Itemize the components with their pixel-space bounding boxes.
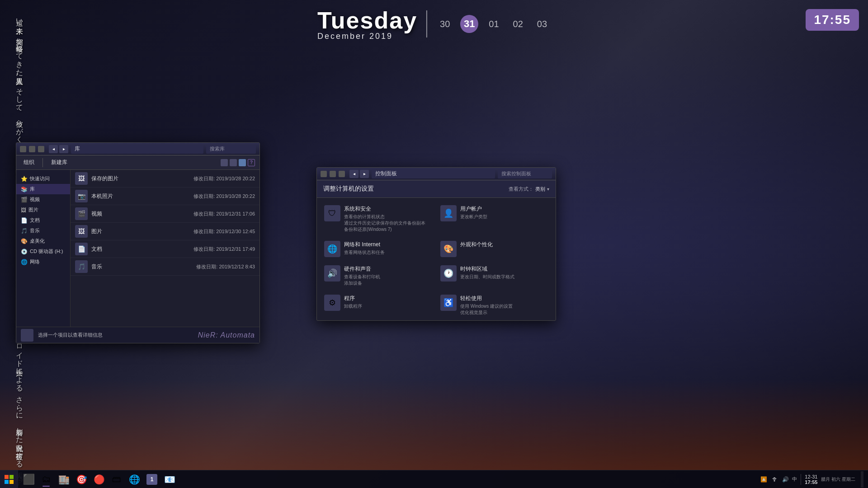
toolbar-new-library[interactable]: 新建库 [48, 157, 70, 168]
file-item-pictures[interactable]: 🖼 图片 修改日期: 2019/12/30 12:45 [71, 223, 259, 240]
taskbar-app-explorer[interactable]: 🗂 [38, 471, 54, 488]
tray-overflow-icon[interactable]: 🔼 [760, 475, 768, 483]
address-bar[interactable]: 库 [71, 145, 203, 154]
control-panel-titlebar: ◂ ▸ 控制面板 搜索控制面板 [317, 168, 556, 180]
sidebar-music[interactable]: 🎵 音乐 [16, 225, 70, 236]
cp-item-clock[interactable]: 🕐 时钟和区域 更改日期、时间或数字格式 [438, 263, 551, 289]
toolbar-separator [42, 158, 43, 167]
cp-back-button[interactable]: ◂ [349, 170, 359, 178]
tray-network-icon[interactable] [770, 475, 778, 483]
view-icons: ? [221, 159, 255, 166]
tray-volume-icon[interactable]: 🔊 [781, 475, 789, 483]
cp-text-appearance: 外观和个性化 [460, 241, 548, 249]
file-item-music[interactable]: 🎵 音乐 修改日期: 2019/12/12 8:43 [71, 258, 259, 276]
cal-date-03[interactable]: 03 [533, 17, 551, 31]
file-item-documents[interactable]: 📄 文档 修改日期: 2019/12/31 17:49 [71, 240, 259, 258]
taskbar-app-numbered[interactable]: 1 [144, 471, 160, 488]
maximize-button[interactable] [29, 146, 35, 152]
taskbar-right: 🔼 🔊 中 12-31 17:55 腊月 初六 星期二 [755, 471, 868, 488]
close-button[interactable] [38, 146, 44, 152]
sidebar-videos[interactable]: 🎬 视频 [16, 194, 70, 205]
taskbar-app-5[interactable]: 🔴 [91, 471, 107, 488]
cp-view-dropdown-icon[interactable]: ▾ [547, 187, 549, 192]
sidebar-customize[interactable]: 🎨 桌美化 [16, 236, 70, 246]
cp-desc-programs: 卸载程序 [344, 303, 432, 310]
network-label: 网络 [30, 258, 40, 265]
cp-icon-appearance: 🎨 [440, 241, 457, 257]
view-details-icon[interactable] [230, 159, 237, 166]
cal-date-02[interactable]: 02 [509, 17, 527, 31]
cp-icon-accessibility: ♿ [440, 295, 457, 311]
back-button[interactable]: ◂ [49, 145, 58, 153]
cp-maximize-button[interactable] [330, 171, 336, 177]
cp-item-programs[interactable]: ⚙ 程序 卸载程序 [321, 292, 435, 319]
cal-date-31-active[interactable]: 31 [460, 15, 478, 33]
cp-view-mode[interactable]: 类别 [535, 186, 545, 192]
view-tiles-icon[interactable] [239, 159, 246, 166]
sidebar-cd-drive[interactable]: 💿 CD 驱动器 (H:) [16, 246, 70, 257]
help-icon[interactable]: ? [248, 159, 255, 166]
cp-icon-hardware: 🔊 [324, 265, 340, 282]
taskbar-date-short: 12-31 [805, 474, 817, 479]
file-icon-documents: 📄 [75, 243, 88, 255]
sidebar-quick-access[interactable]: ⭐ 快速访问 [16, 174, 70, 184]
start-icon[interactable] [4, 474, 14, 485]
toolbar-organize[interactable]: 组织 [21, 157, 37, 168]
cp-forward-button[interactable]: ▸ [360, 170, 369, 178]
svg-rect-1 [9, 475, 14, 479]
view-list-icon[interactable] [221, 159, 228, 166]
cal-date-01[interactable]: 01 [485, 17, 502, 31]
minimize-button[interactable] [20, 146, 26, 152]
file-name-pictures: 图片 [91, 228, 183, 235]
cp-item-system-security[interactable]: 🛡 系统和安全 查看你的计算机状态通过文件历史记录保存你的文件备份副本备份和还原… [321, 202, 435, 235]
taskbar-datetime[interactable]: 12-31 17:55 [805, 474, 817, 485]
time-display: 17:55 [806, 9, 859, 31]
file-item-local-photos[interactable]: 📷 本机照片 修改日期: 2019/10/28 20:22 [71, 188, 259, 205]
svg-rect-3 [9, 480, 14, 484]
sidebar-library[interactable]: 📚 库 [16, 184, 70, 194]
control-panel-header: 调整计算机的设置 查看方式： 类别 ▾ [317, 180, 556, 198]
cp-title-user-accounts: 用户帐户 [460, 205, 548, 213]
jp-col-6: さらに、膨着した戦況を打破する [14, 391, 25, 464]
svg-rect-2 [5, 480, 9, 484]
toolbar-right: ? [221, 159, 255, 166]
customize-icon: 🎨 [21, 238, 28, 244]
cp-search-bar[interactable]: 搜索控制面板 [498, 169, 552, 178]
search-placeholder: 搜索库 [210, 145, 225, 152]
taskbar-app-store[interactable]: 🏬 [56, 471, 72, 488]
file-date-documents: 修改日期: 2019/12/31 17:49 [183, 246, 255, 253]
sidebar-pictures[interactable]: 🖼 图片 [16, 205, 70, 215]
file-date-video: 修改日期: 2019/12/31 17:06 [183, 211, 255, 217]
cp-item-user-accounts[interactable]: 👤 用户帐户 更改帐户类型 [438, 202, 551, 235]
cp-title-system-security: 系统和安全 [344, 205, 432, 213]
tray-separator [801, 474, 801, 485]
file-item-video[interactable]: 🎬 视频 修改日期: 2019/12/31 17:06 [71, 205, 259, 223]
file-item-saved-pics[interactable]: 🖼 保存的图片 修改日期: 2019/10/28 20:22 [71, 170, 259, 188]
cp-text-clock: 时钟和区域 更改日期、时间或数字格式 [460, 265, 548, 280]
show-desktop-button[interactable] [861, 471, 863, 488]
taskbar-app-email[interactable]: 📧 [161, 471, 178, 488]
cp-item-hardware[interactable]: 🔊 硬件和声音 查看设备和打印机添加设备 [321, 263, 435, 289]
cp-minimize-button[interactable] [321, 171, 327, 177]
cp-close-button[interactable] [339, 171, 345, 177]
sidebar-documents[interactable]: 📄 文档 [16, 215, 70, 225]
cp-item-network[interactable]: 🌐 网络和 Internet 查看网络状态和任务 [321, 238, 435, 260]
cp-item-appearance[interactable]: 🎨 外观和个性化 [438, 238, 551, 260]
cp-view-text: 查看方式： [509, 186, 533, 192]
taskbar-app-office[interactable]: ⬛ [20, 471, 37, 488]
taskbar-app-chrome[interactable]: 🌐 [126, 471, 142, 488]
taskbar-app-control-panel[interactable]: 🗃 [108, 471, 125, 488]
forward-button[interactable]: ▸ [59, 145, 68, 153]
cp-icon-user-accounts: 👤 [440, 205, 457, 221]
taskbar-lunar-date[interactable]: 腊月 初六 星期二 [821, 476, 855, 483]
cp-item-accessibility[interactable]: ♿ 轻松使用 使用 Windows 建议的设置优化视觉显示 [438, 292, 551, 319]
library-icon: 📚 [21, 186, 28, 192]
search-bar[interactable]: 搜索库 [206, 145, 256, 154]
cal-date-30[interactable]: 30 [436, 17, 453, 31]
customize-label: 桌美化 [30, 238, 45, 244]
cp-address-bar[interactable]: 控制面板 [372, 169, 495, 178]
documents-icon: 📄 [21, 217, 28, 224]
taskbar-app-4[interactable]: 🎯 [73, 471, 90, 488]
sidebar-network[interactable]: 🌐 网络 [16, 257, 70, 267]
tray-ime-icon[interactable]: 中 [792, 476, 797, 483]
